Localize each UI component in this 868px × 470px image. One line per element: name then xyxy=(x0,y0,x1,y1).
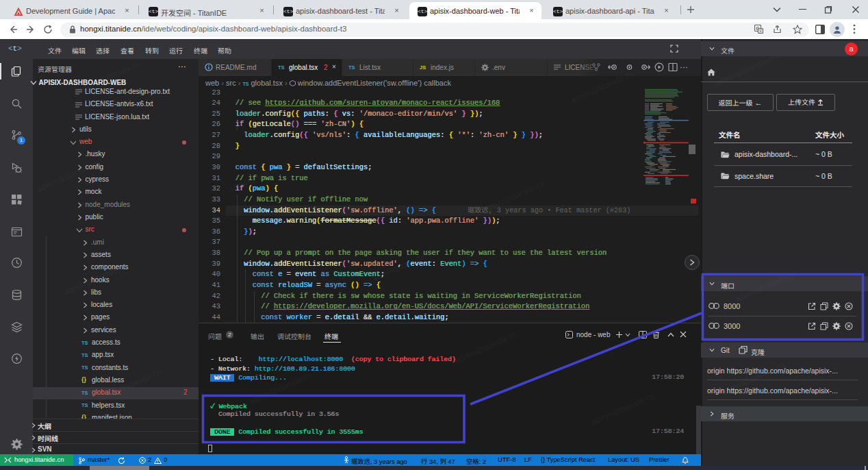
svg-text:文: 文 xyxy=(758,28,763,33)
